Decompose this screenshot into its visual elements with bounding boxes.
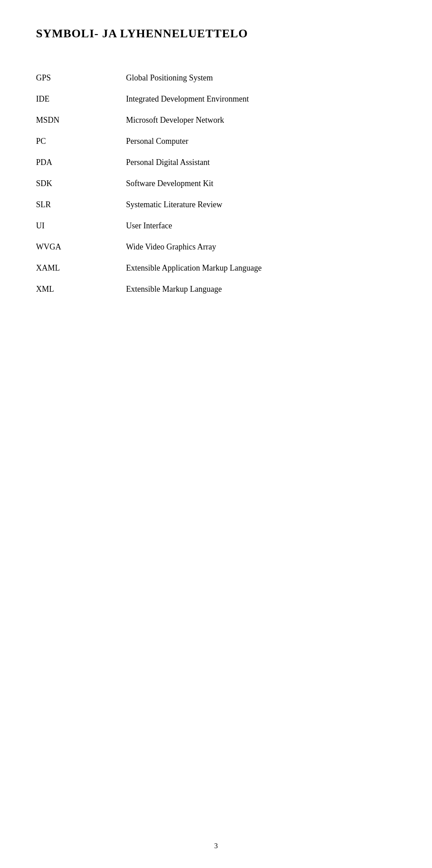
abbreviation-term: SDK (36, 173, 126, 194)
abbreviation-term: XAML (36, 258, 126, 279)
abbreviation-row: XMLExtensible Markup Language (36, 279, 396, 300)
page-title: SYMBOLI- JA LYHENNELUETTELO (36, 27, 396, 40)
abbreviation-row: IDEIntegrated Development Environment (36, 89, 396, 110)
abbreviation-row: XAMLExtensible Application Markup Langua… (36, 258, 396, 279)
abbreviation-definition: Microsoft Developer Network (126, 110, 396, 131)
abbreviation-definition: Extensible Application Markup Language (126, 258, 396, 279)
abbreviation-row: SLRSystematic Literature Review (36, 194, 396, 215)
abbreviation-definition: Integrated Development Environment (126, 89, 396, 110)
abbreviation-definition: Personal Digital Assistant (126, 152, 396, 173)
page-number: 3 (214, 842, 218, 850)
abbreviation-row: PCPersonal Computer (36, 131, 396, 152)
abbreviation-term: PDA (36, 152, 126, 173)
abbreviation-definition: Systematic Literature Review (126, 194, 396, 215)
abbreviation-term: SLR (36, 194, 126, 215)
abbreviation-term: MSDN (36, 110, 126, 131)
abbreviation-definition: Personal Computer (126, 131, 396, 152)
abbreviation-row: WVGAWide Video Graphics Array (36, 236, 396, 258)
abbreviation-term: IDE (36, 89, 126, 110)
abbreviation-definition: User Interface (126, 215, 396, 236)
abbreviation-term: GPS (36, 67, 126, 89)
abbreviation-definition: Wide Video Graphics Array (126, 236, 396, 258)
abbreviation-definition: Global Positioning System (126, 67, 396, 89)
abbreviation-row: PDAPersonal Digital Assistant (36, 152, 396, 173)
abbreviation-term: XML (36, 279, 126, 300)
abbreviation-definition: Extensible Markup Language (126, 279, 396, 300)
page-container: SYMBOLI- JA LYHENNELUETTELO GPSGlobal Po… (0, 0, 432, 336)
abbreviation-row: SDKSoftware Development Kit (36, 173, 396, 194)
abbreviation-row: UIUser Interface (36, 215, 396, 236)
abbreviation-row: MSDNMicrosoft Developer Network (36, 110, 396, 131)
abbreviation-row: GPSGlobal Positioning System (36, 67, 396, 89)
abbreviation-table: GPSGlobal Positioning SystemIDEIntegrate… (36, 67, 396, 300)
abbreviation-term: PC (36, 131, 126, 152)
abbreviation-term: WVGA (36, 236, 126, 258)
abbreviation-term: UI (36, 215, 126, 236)
abbreviation-definition: Software Development Kit (126, 173, 396, 194)
